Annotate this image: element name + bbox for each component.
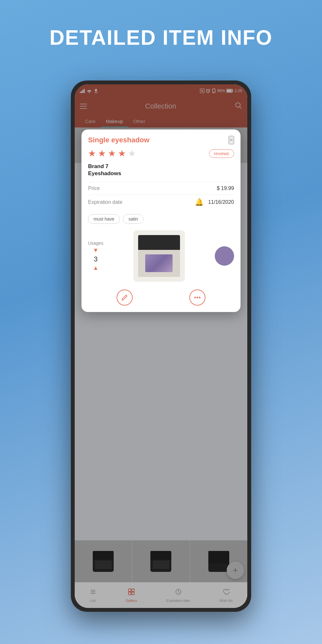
increase-usage-button[interactable]: ▲ [93,265,99,271]
usages-label: Usages [88,241,103,246]
svg-point-9 [199,297,201,298]
svg-point-8 [197,297,198,298]
page-title: DETAILED ITEM INFO [0,0,322,50]
price-value: $ 19.99 [217,185,234,191]
tag-satin[interactable]: satin [123,214,144,224]
usages-value: 3 [94,255,98,263]
price-row: Price $ 19.99 [88,182,234,194]
price-label: Price [88,185,99,191]
modal-overlay: Single eyeshadow × ★ ★ ★ ★ ★ reviews Bra… [75,84,247,608]
tags-row: must have satin [88,214,234,224]
item-detail-modal: Single eyeshadow × ★ ★ ★ ★ ★ reviews Bra… [81,129,240,312]
page-background: DETAILED ITEM INFO N [0,0,322,50]
close-button[interactable]: × [229,136,234,144]
star-5[interactable]: ★ [128,148,136,159]
expiry-value: 11/16/2020 [208,199,234,205]
expiry-value-group: 🔔 11/16/2020 [195,198,234,206]
phone-screen: N 96% 1:25 [75,84,247,608]
bell-icon[interactable]: 🔔 [195,198,204,206]
star-2[interactable]: ★ [98,148,106,159]
product-brand: Brand 7 [88,163,234,170]
expiry-label: Expiration date [88,199,122,205]
modal-title: Single eyeshadow [88,136,149,144]
star-3[interactable]: ★ [108,148,116,159]
action-buttons [88,287,234,306]
decrease-usage-button[interactable]: ▼ [93,247,99,254]
rating-row: ★ ★ ★ ★ ★ reviews [88,148,234,159]
eyeshadow-pan [145,254,173,272]
phone-frame: N 96% 1:25 [71,80,251,612]
product-base [138,250,180,277]
modal-header: Single eyeshadow × [88,136,234,144]
eyeshadow-image [138,235,180,277]
expiry-row: Expiration date 🔔 11/16/2020 [88,194,234,210]
product-category: Eyeshadows [88,170,234,177]
product-area: Usages ▼ 3 ▲ [88,230,234,282]
svg-point-7 [194,297,196,298]
product-image [133,230,185,282]
edit-button[interactable] [117,289,133,306]
usage-counter: Usages ▼ 3 ▲ [88,241,103,271]
tag-must-have[interactable]: must have [88,214,120,224]
color-swatch[interactable] [215,246,234,266]
star-4[interactable]: ★ [118,148,126,159]
product-lid [138,235,180,250]
star-1[interactable]: ★ [88,148,96,159]
reviews-button[interactable]: reviews [209,149,234,158]
more-options-button[interactable] [189,289,205,306]
